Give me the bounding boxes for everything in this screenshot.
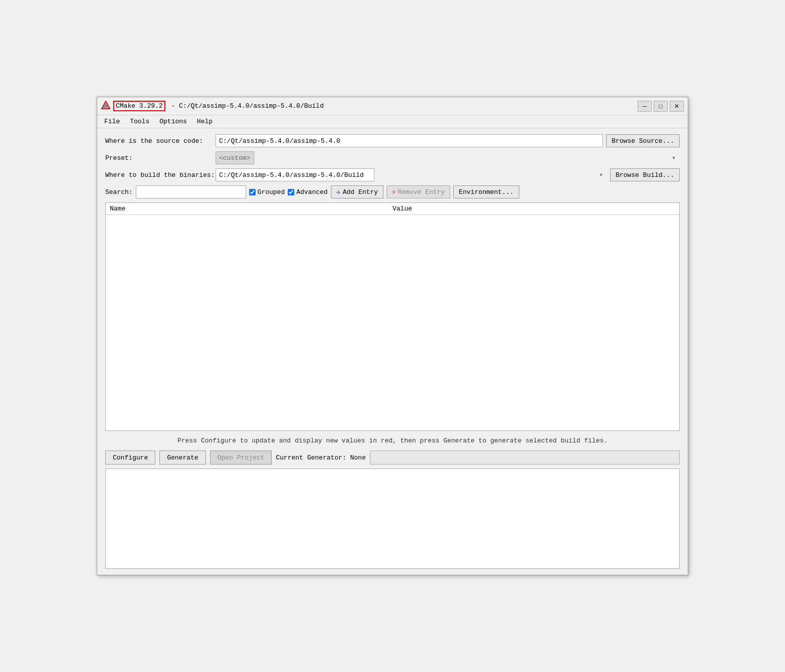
main-window: CMake 3.29.2 - C:/Qt/assimp-5.4.0/assimp… [97, 97, 688, 575]
preset-dropdown-wrapper: <custom> [216, 151, 680, 164]
menu-options[interactable]: Options [154, 116, 192, 127]
minimize-button[interactable]: ─ [638, 101, 652, 112]
table-col-value: Value [393, 205, 675, 212]
advanced-checkbox[interactable] [288, 189, 294, 195]
remove-entry-button[interactable]: ✕ Remove Entry [386, 185, 450, 198]
grouped-label: Grouped [258, 188, 285, 196]
build-label: Where to build the binaries: [105, 171, 216, 179]
grouped-checkbox-label[interactable]: Grouped [249, 188, 285, 196]
maximize-button[interactable]: □ [654, 101, 668, 112]
add-entry-button[interactable]: ✛ Add Entry [331, 185, 383, 198]
titlebar: CMake 3.29.2 - C:/Qt/assimp-5.4.0/assimp… [97, 97, 688, 115]
cmake-version: CMake 3.29.2 [113, 101, 165, 111]
close-button[interactable]: ✕ [670, 101, 684, 112]
table-body [106, 215, 679, 430]
search-input[interactable] [136, 185, 246, 198]
titlebar-path: - C:/Qt/assimp-5.4.0/assimp-5.4.0/Build [171, 102, 323, 110]
cmake-logo-icon [101, 101, 110, 112]
x-icon: ✕ [392, 188, 396, 196]
open-project-button[interactable]: Open Project [210, 451, 272, 465]
table-header: Name Value [106, 203, 679, 215]
generate-button[interactable]: Generate [159, 451, 206, 465]
menu-help[interactable]: Help [192, 116, 218, 127]
source-input[interactable] [216, 134, 603, 147]
titlebar-title: CMake 3.29.2 - C:/Qt/assimp-5.4.0/assimp… [113, 102, 324, 110]
menu-file[interactable]: File [99, 116, 125, 127]
build-dropdown-wrapper: C:/Qt/assimp-5.4.0/assimp-5.4.0/Build [216, 168, 607, 181]
titlebar-left: CMake 3.29.2 - C:/Qt/assimp-5.4.0/assimp… [101, 101, 324, 112]
remove-entry-label: Remove Entry [398, 188, 445, 196]
advanced-checkbox-label[interactable]: Advanced [288, 188, 327, 196]
titlebar-controls: ─ □ ✕ [638, 101, 684, 112]
browse-source-button[interactable]: Browse Source... [606, 134, 680, 147]
plus-icon: ✛ [336, 187, 341, 197]
output-area [105, 469, 680, 569]
bottom-buttons-row: Configure Generate Open Project Current … [105, 451, 680, 465]
browse-build-button[interactable]: Browse Build... [610, 168, 680, 181]
generator-text: Current Generator: None [276, 454, 365, 462]
entries-table: Name Value [105, 202, 680, 431]
search-toolbar-row: Search: Grouped Advanced ✛ Add Entry ✕ R… [105, 185, 680, 198]
status-text: Press Configure to update and display ne… [105, 435, 680, 446]
add-entry-label: Add Entry [343, 188, 378, 196]
preset-row: Preset: <custom> [105, 151, 680, 164]
progress-bar [370, 451, 680, 465]
menu-tools[interactable]: Tools [125, 116, 154, 127]
preset-dropdown[interactable]: <custom> [216, 151, 254, 164]
build-row: Where to build the binaries: C:/Qt/assim… [105, 168, 680, 181]
table-col-name: Name [110, 205, 393, 212]
build-dropdown[interactable]: C:/Qt/assimp-5.4.0/assimp-5.4.0/Build [216, 168, 374, 181]
preset-label: Preset: [105, 154, 216, 162]
menubar: File Tools Options Help [97, 115, 688, 128]
content-area: Where is the source code: Browse Source.… [97, 128, 688, 575]
grouped-checkbox[interactable] [249, 189, 256, 195]
source-label: Where is the source code: [105, 137, 216, 145]
advanced-label: Advanced [296, 188, 327, 196]
configure-button[interactable]: Configure [105, 451, 155, 465]
source-row: Where is the source code: Browse Source.… [105, 134, 680, 147]
search-label: Search: [105, 188, 133, 196]
environment-button[interactable]: Environment... [453, 185, 519, 198]
